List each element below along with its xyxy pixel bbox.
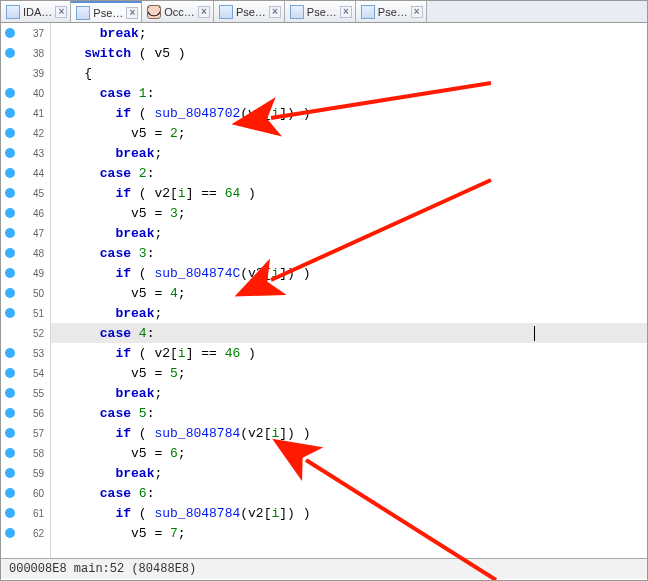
gutter-line[interactable]: 40 (1, 83, 50, 103)
code-line[interactable]: if ( sub_804874C(v2[i]) ) (51, 263, 647, 283)
code-line[interactable]: if ( sub_8048784(v2[i]) ) (51, 423, 647, 443)
tab-label: Pse… (236, 6, 266, 18)
gutter-line[interactable]: 59 (1, 463, 50, 483)
gutter-line[interactable]: 45 (1, 183, 50, 203)
close-icon[interactable]: × (340, 6, 352, 18)
tab-5[interactable]: Pse…× (356, 1, 427, 22)
gutter-line[interactable]: 46 (1, 203, 50, 223)
code-line[interactable]: case 6: (51, 483, 647, 503)
gutter-line[interactable]: 56 (1, 403, 50, 423)
tab-label: Pse… (307, 6, 337, 18)
gutter-line[interactable]: 44 (1, 163, 50, 183)
tab-label: Pse… (93, 7, 123, 19)
code-line[interactable]: case 4: (51, 323, 647, 343)
gutter-line[interactable]: 37 (1, 23, 50, 43)
gutter-line[interactable]: 61 (1, 503, 50, 523)
gutter-line[interactable]: 62 (1, 523, 50, 543)
gutter-line[interactable]: 42 (1, 123, 50, 143)
code-line[interactable]: if ( v2[i] == 46 ) (51, 343, 647, 363)
code-area[interactable]: break; switch ( v5 ) { case 1: if ( sub_… (51, 23, 647, 558)
gutter-line[interactable]: 57 (1, 423, 50, 443)
code-line[interactable]: if ( v2[i] == 64 ) (51, 183, 647, 203)
document-icon (290, 5, 304, 19)
status-text: 000008E8 main:52 (80488E8) (9, 562, 196, 576)
gutter-line[interactable]: 60 (1, 483, 50, 503)
close-icon[interactable]: × (126, 7, 138, 19)
editor-pane: 3738394041424344454647484950515253545556… (1, 23, 647, 558)
code-line[interactable]: break; (51, 143, 647, 163)
code-line[interactable]: v5 = 6; (51, 443, 647, 463)
code-line[interactable]: if ( sub_8048702(v2[i]) ) (51, 103, 647, 123)
code-line[interactable]: break; (51, 383, 647, 403)
close-icon[interactable]: × (411, 6, 423, 18)
code-line[interactable]: case 5: (51, 403, 647, 423)
code-line[interactable]: case 2: (51, 163, 647, 183)
tab-2[interactable]: Occ…× (142, 1, 214, 22)
gutter-line[interactable]: 50 (1, 283, 50, 303)
tab-bar: IDA…×Pse…×Occ…×Pse…×Pse…×Pse…× (1, 1, 647, 23)
gutter-line[interactable]: 53 (1, 343, 50, 363)
line-gutter: 3738394041424344454647484950515253545556… (1, 23, 51, 558)
tab-3[interactable]: Pse…× (214, 1, 285, 22)
code-line[interactable]: v5 = 7; (51, 523, 647, 543)
code-line[interactable]: v5 = 3; (51, 203, 647, 223)
tab-label: Occ… (164, 6, 195, 18)
code-line[interactable]: case 3: (51, 243, 647, 263)
tab-4[interactable]: Pse…× (285, 1, 356, 22)
gutter-line[interactable]: 38 (1, 43, 50, 63)
status-bar: 000008E8 main:52 (80488E8) (1, 558, 647, 579)
code-line[interactable]: { (51, 63, 647, 83)
avatar-icon (147, 5, 161, 19)
code-line[interactable]: break; (51, 303, 647, 323)
gutter-line[interactable]: 43 (1, 143, 50, 163)
code-line[interactable]: v5 = 2; (51, 123, 647, 143)
code-line[interactable]: switch ( v5 ) (51, 43, 647, 63)
gutter-line[interactable]: 49 (1, 263, 50, 283)
document-icon (361, 5, 375, 19)
gutter-line[interactable]: 58 (1, 443, 50, 463)
document-icon (219, 5, 233, 19)
gutter-line[interactable]: 41 (1, 103, 50, 123)
gutter-line[interactable]: 55 (1, 383, 50, 403)
close-icon[interactable]: × (55, 6, 67, 18)
code-line[interactable]: v5 = 5; (51, 363, 647, 383)
gutter-line[interactable]: 51 (1, 303, 50, 323)
code-line[interactable]: v5 = 4; (51, 283, 647, 303)
code-line[interactable]: if ( sub_8048784(v2[i]) ) (51, 503, 647, 523)
gutter-line[interactable]: 39 (1, 63, 50, 83)
close-icon[interactable]: × (198, 6, 210, 18)
code-line[interactable]: break; (51, 463, 647, 483)
gutter-line[interactable]: 48 (1, 243, 50, 263)
close-icon[interactable]: × (269, 6, 281, 18)
tab-label: IDA… (23, 6, 52, 18)
document-icon (6, 5, 20, 19)
gutter-line[interactable]: 52 (1, 323, 50, 343)
document-icon (76, 6, 90, 20)
gutter-line[interactable]: 54 (1, 363, 50, 383)
code-line[interactable]: break; (51, 23, 647, 43)
code-line[interactable]: break; (51, 223, 647, 243)
tab-0[interactable]: IDA…× (1, 1, 71, 22)
tab-1[interactable]: Pse…× (71, 1, 142, 22)
tab-label: Pse… (378, 6, 408, 18)
text-caret (534, 326, 535, 341)
gutter-line[interactable]: 47 (1, 223, 50, 243)
code-line[interactable]: case 1: (51, 83, 647, 103)
